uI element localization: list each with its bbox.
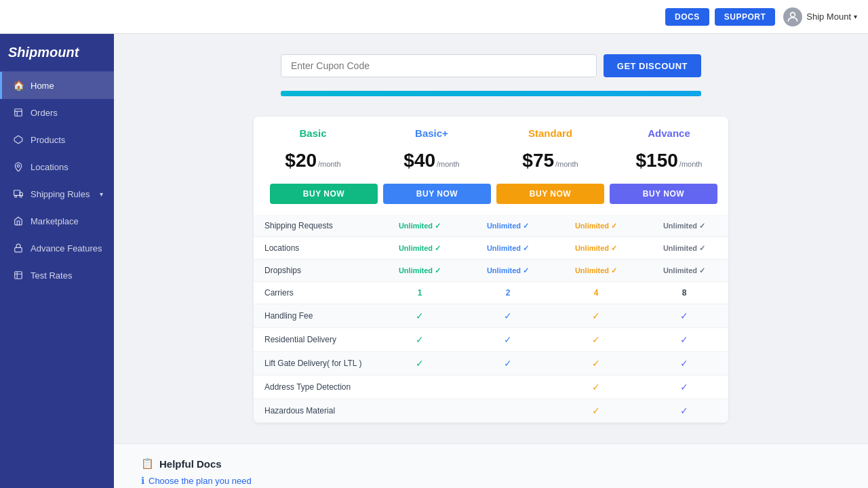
- feature-cell: ✓: [640, 352, 728, 375]
- feature-cell: [376, 399, 464, 423]
- feature-cell: ✓: [376, 352, 464, 375]
- pricing-section: Basic Basic+ Standard Advance $20 /month…: [254, 117, 728, 423]
- svg-rect-1: [15, 109, 22, 117]
- table-row: Hazardous Material ✓ ✓: [254, 399, 728, 423]
- support-button[interactable]: SUPPORT: [715, 8, 776, 26]
- coupon-row: GET DISCOUNT: [281, 54, 701, 77]
- feature-cell: ✓: [552, 375, 640, 399]
- table-row: Locations Unlimited ✓ Unlimited ✓ Unlimi…: [254, 237, 728, 260]
- plan-price-basic: $20 /month: [254, 150, 372, 171]
- sidebar-item-orders[interactable]: Orders: [0, 99, 114, 126]
- feature-cell: ✓: [552, 328, 640, 352]
- feature-cell: Unlimited ✓: [376, 260, 464, 282]
- feature-name: Handling Fee: [254, 304, 376, 328]
- feature-name: Dropships: [254, 260, 376, 282]
- buy-button-basicplus[interactable]: BUY NOW: [383, 184, 491, 204]
- table-row: Lift Gate Delivery( for LTL ) ✓ ✓ ✓ ✓: [254, 352, 728, 375]
- sidebar-item-products[interactable]: Products: [0, 126, 114, 153]
- feature-cell: 2: [464, 282, 552, 304]
- feature-cell: Unlimited ✓: [464, 215, 552, 237]
- svg-point-0: [791, 12, 795, 17]
- plan-prices: $20 /month $40 /month $75 /month $150 /m…: [254, 144, 728, 177]
- sidebar-item-marketplace[interactable]: Marketplace: [0, 207, 114, 235]
- sidebar-item-shipping-rules[interactable]: Shipping Rules ▾: [0, 180, 114, 207]
- feature-cell: [376, 375, 464, 399]
- feature-cell: Unlimited ✓: [640, 237, 728, 260]
- feature-cell: Unlimited ✓: [376, 215, 464, 237]
- feature-cell: Unlimited ✓: [376, 237, 464, 260]
- buy-button-standard[interactable]: BUY NOW: [496, 184, 604, 204]
- price-period-basicplus: /month: [437, 160, 460, 168]
- sidebar-item-label: Marketplace: [31, 216, 79, 226]
- feature-cell: [464, 375, 552, 399]
- feature-name: Address Type Detection: [254, 375, 376, 399]
- chevron-icon: ▾: [100, 190, 103, 198]
- buy-button-basic[interactable]: BUY NOW: [270, 184, 378, 204]
- price-period-standard: /month: [555, 160, 578, 168]
- feature-cell: ✓: [464, 304, 552, 328]
- sidebar-item-label: Shipping Rules: [31, 189, 90, 199]
- table-row: Carriers 1 2 4 8: [254, 282, 728, 304]
- feature-cell: ✓: [552, 399, 640, 423]
- feature-cell: ✓: [376, 328, 464, 352]
- price-amount-basicplus: $40: [403, 150, 435, 171]
- table-row: Address Type Detection ✓ ✓: [254, 375, 728, 399]
- topnav: DOCS SUPPORT Ship Mount ▾: [0, 0, 868, 34]
- user-menu[interactable]: Ship Mount ▾: [783, 7, 857, 26]
- sidebar-item-label: Products: [31, 135, 65, 145]
- sidebar-item-label: Advance Features: [31, 243, 102, 253]
- feature-cell: Unlimited ✓: [552, 215, 640, 237]
- shipping-rules-icon: [13, 188, 24, 199]
- feature-cell: ✓: [640, 375, 728, 399]
- get-discount-button[interactable]: GET DISCOUNT: [604, 54, 701, 77]
- svg-rect-6: [14, 190, 20, 196]
- feature-cell: ✓: [552, 352, 640, 375]
- feature-name: Residential Delivery: [254, 328, 376, 352]
- table-row: Shipping Requests Unlimited ✓ Unlimited …: [254, 215, 728, 237]
- docs-button[interactable]: DOCS: [665, 8, 709, 26]
- svg-point-7: [15, 195, 17, 197]
- plan-price-basicplus: $40 /month: [372, 150, 491, 171]
- coupon-input[interactable]: [281, 54, 597, 77]
- feature-cell: ✓: [464, 352, 552, 375]
- price-period-basic: /month: [318, 160, 341, 168]
- sidebar-logo: Shipmount: [0, 34, 114, 72]
- helpful-docs-link[interactable]: ℹ Choose the plan you need: [141, 475, 841, 486]
- sidebar-item-test-rates[interactable]: Test Rates: [0, 262, 114, 289]
- table-row: Residential Delivery ✓ ✓ ✓ ✓: [254, 328, 728, 352]
- feature-cell: [464, 399, 552, 423]
- products-icon: [13, 134, 24, 145]
- feature-cell: 4: [552, 282, 640, 304]
- feature-cell: Unlimited ✓: [640, 215, 728, 237]
- helpful-docs-title: 📋 Helpful Docs: [141, 458, 841, 470]
- sidebar-item-locations[interactable]: Locations: [0, 153, 114, 180]
- buy-button-advance[interactable]: BUY NOW: [610, 184, 717, 204]
- sidebar-item-label: Orders: [31, 108, 58, 118]
- feature-cell: Unlimited ✓: [640, 260, 728, 282]
- svg-rect-9: [15, 247, 22, 251]
- feature-cell: ✓: [376, 304, 464, 328]
- feature-name: Hazardous Material: [254, 399, 376, 423]
- sidebar-item-advance-features[interactable]: Advance Features: [0, 235, 114, 262]
- feature-cell: Unlimited ✓: [464, 260, 552, 282]
- avatar: [783, 7, 802, 26]
- plan-name-advance: Advance: [610, 127, 728, 139]
- feature-cell: 1: [376, 282, 464, 304]
- plan-price-standard: $75 /month: [491, 150, 610, 171]
- svg-marker-4: [14, 136, 22, 144]
- marketplace-icon: [13, 216, 24, 226]
- svg-point-5: [17, 165, 20, 167]
- plan-price-advance: $150 /month: [610, 150, 728, 171]
- sidebar-item-label: Locations: [31, 162, 68, 172]
- sidebar-item-home[interactable]: 🏠 Home: [0, 72, 114, 99]
- orders-icon: [13, 107, 24, 118]
- feature-cell: ✓: [640, 304, 728, 328]
- feature-cell: Unlimited ✓: [552, 237, 640, 260]
- progress-bar-fill: [281, 91, 701, 96]
- feature-name: Shipping Requests: [254, 215, 376, 237]
- advance-features-icon: [13, 243, 24, 253]
- info-icon: ℹ: [141, 475, 144, 486]
- feature-cell: Unlimited ✓: [464, 237, 552, 260]
- sidebar-item-label: Home: [31, 81, 54, 91]
- price-period-advance: /month: [679, 160, 703, 168]
